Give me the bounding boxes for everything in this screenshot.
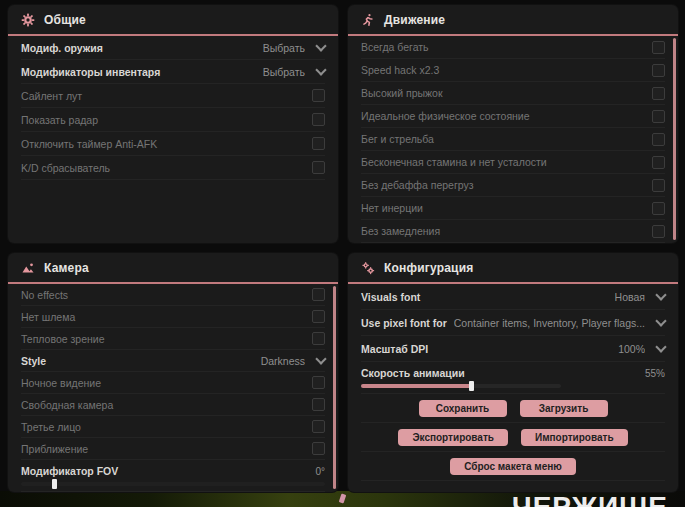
setting-row-camera-4[interactable]: Ночное видение: [21, 372, 325, 394]
dropdown-value: Container items, Inventory, Player flags…: [454, 317, 645, 329]
button-row: Сброс макета меню: [361, 452, 665, 481]
setting-label: Тепловое зрение: [21, 333, 105, 345]
checkbox[interactable]: [312, 398, 325, 411]
setting-row-general-2[interactable]: Сайлент лут: [21, 84, 325, 108]
checkbox[interactable]: [312, 420, 325, 433]
setting-label: K/D сбрасыватель: [21, 162, 110, 174]
checkbox[interactable]: [652, 110, 665, 123]
checkbox[interactable]: [312, 332, 325, 345]
button-config-1-0[interactable]: Экспортировать: [398, 429, 508, 446]
panel-movement: Движение Всегда бегатьSpeed hack x2.3Выс…: [348, 5, 678, 243]
setting-row-config-1[interactable]: Use pixel font forContainer items, Inven…: [361, 310, 665, 336]
dropdown-value: Darkness: [261, 355, 305, 367]
slider-handle[interactable]: [469, 381, 474, 391]
scrollbar-thumb[interactable]: [673, 38, 676, 240]
setting-row-general-5[interactable]: K/D сбрасыватель: [21, 156, 325, 180]
checkbox[interactable]: [652, 156, 665, 169]
button-config-0-0[interactable]: Сохранить: [419, 400, 507, 417]
dropdown[interactable]: Новая: [615, 291, 665, 303]
setting-label: Бег и стрельба: [361, 133, 434, 145]
button-config-2-0[interactable]: Сброс макета меню: [450, 458, 576, 475]
setting-row-movement-5[interactable]: Бесконечная стамина и нет усталости: [361, 151, 665, 174]
setting-label: Свободная камера: [21, 399, 113, 411]
button-config-1-1[interactable]: Импортировать: [521, 429, 628, 446]
checkbox[interactable]: [312, 113, 325, 126]
image-icon: [21, 261, 35, 275]
dropdown[interactable]: Выбрать: [263, 42, 325, 54]
setting-label: Всегда бегать: [361, 41, 429, 53]
setting-label: Use pixel font for: [361, 317, 447, 329]
checkbox[interactable]: [312, 137, 325, 150]
setting-row-movement-8[interactable]: Без замедления: [361, 220, 665, 243]
setting-row-movement-2[interactable]: Высокий прыжок: [361, 82, 665, 105]
setting-row-camera-2[interactable]: Тепловое зрение: [21, 328, 325, 350]
checkbox[interactable]: [652, 64, 665, 77]
setting-row-camera-7[interactable]: Приближение: [21, 438, 325, 460]
slider-track[interactable]: [361, 384, 561, 388]
checkbox[interactable]: [312, 442, 325, 455]
setting-row-camera-6[interactable]: Третье лицо: [21, 416, 325, 438]
setting-row-general-1[interactable]: Модификаторы инвентаряВыбрать: [21, 60, 325, 84]
setting-row-camera-1[interactable]: Нет шлема: [21, 306, 325, 328]
slider-label-row: Скорость анимации55%: [361, 367, 665, 379]
setting-row-camera-3[interactable]: StyleDarkness: [21, 350, 325, 372]
setting-row-general-4[interactable]: Отключить таймер Anti-AFK: [21, 132, 325, 156]
button-row: ЭкспортироватьИмпортировать: [361, 423, 665, 452]
setting-label: Отключить таймер Anti-AFK: [21, 138, 157, 150]
setting-label: Скорость анимации: [361, 367, 465, 379]
gear-icon: [21, 13, 35, 27]
checkbox[interactable]: [312, 89, 325, 102]
setting-row-movement-6[interactable]: Без дебаффа перегруз: [361, 174, 665, 197]
setting-row-config-3[interactable]: Скорость анимации55%: [361, 362, 665, 394]
button-row: СохранитьЗагрузить: [361, 394, 665, 423]
setting-label: Нет инерции: [361, 202, 423, 214]
checkbox[interactable]: [652, 225, 665, 238]
setting-row-camera-5[interactable]: Свободная камера: [21, 394, 325, 416]
setting-row-movement-4[interactable]: Бег и стрельба: [361, 128, 665, 151]
checkbox[interactable]: [312, 310, 325, 323]
dropdown[interactable]: 100%: [618, 343, 665, 355]
panel-title: Движение: [384, 13, 445, 27]
slider-track[interactable]: [21, 482, 325, 486]
panel-general: Общие Модиф. оружияВыбратьМодификаторы и…: [8, 5, 338, 243]
setting-label: Visuals font: [361, 291, 420, 303]
setting-row-config-0[interactable]: Visuals fontНовая: [361, 284, 665, 310]
setting-label: Нет шлема: [21, 311, 75, 323]
setting-label: Модиф. оружия: [21, 42, 103, 54]
dropdown[interactable]: Выбрать: [263, 66, 325, 78]
setting-row-movement-1[interactable]: Speed hack x2.3: [361, 59, 665, 82]
chevron-down-icon: [655, 289, 666, 300]
checkbox[interactable]: [652, 87, 665, 100]
setting-label: Третье лицо: [21, 421, 81, 433]
setting-row-movement-7[interactable]: Нет инерции: [361, 197, 665, 220]
slider-fill: [361, 384, 471, 388]
panel-header[interactable]: Движение: [348, 5, 678, 36]
dropdown[interactable]: Darkness: [261, 355, 325, 367]
setting-row-config-2[interactable]: Масштаб DPI100%: [361, 336, 665, 362]
scrollbar-thumb[interactable]: [333, 286, 336, 489]
checkbox[interactable]: [312, 288, 325, 301]
watermark-text: ЧЕРЖИШЕ: [512, 491, 668, 507]
checkbox[interactable]: [652, 133, 665, 146]
setting-row-camera-0[interactable]: No effects: [21, 284, 325, 306]
checkbox[interactable]: [312, 161, 325, 174]
panel-header[interactable]: Камера: [8, 253, 338, 284]
dropdown[interactable]: Container items, Inventory, Player flags…: [454, 317, 665, 329]
panel-header[interactable]: Конфигурация: [348, 253, 678, 284]
button-config-0-1[interactable]: Загрузить: [520, 400, 608, 417]
checkbox[interactable]: [652, 41, 665, 54]
setting-row-camera-8[interactable]: Модификатор FOV0°: [21, 460, 325, 492]
checkbox[interactable]: [652, 179, 665, 192]
checkbox[interactable]: [652, 202, 665, 215]
setting-row-movement-3[interactable]: Идеальное физическое состояние: [361, 105, 665, 128]
setting-label: Модификаторы инвентаря: [21, 66, 160, 78]
setting-row-general-0[interactable]: Модиф. оружияВыбрать: [21, 36, 325, 60]
setting-label: Сайлент лут: [21, 90, 82, 102]
setting-label: Приближение: [21, 443, 88, 455]
slider-handle[interactable]: [52, 479, 57, 489]
setting-row-movement-0[interactable]: Всегда бегать: [361, 36, 665, 59]
setting-row-general-3[interactable]: Показать радар: [21, 108, 325, 132]
checkbox[interactable]: [312, 376, 325, 389]
chevron-down-icon: [655, 341, 666, 352]
panel-header[interactable]: Общие: [8, 5, 338, 36]
